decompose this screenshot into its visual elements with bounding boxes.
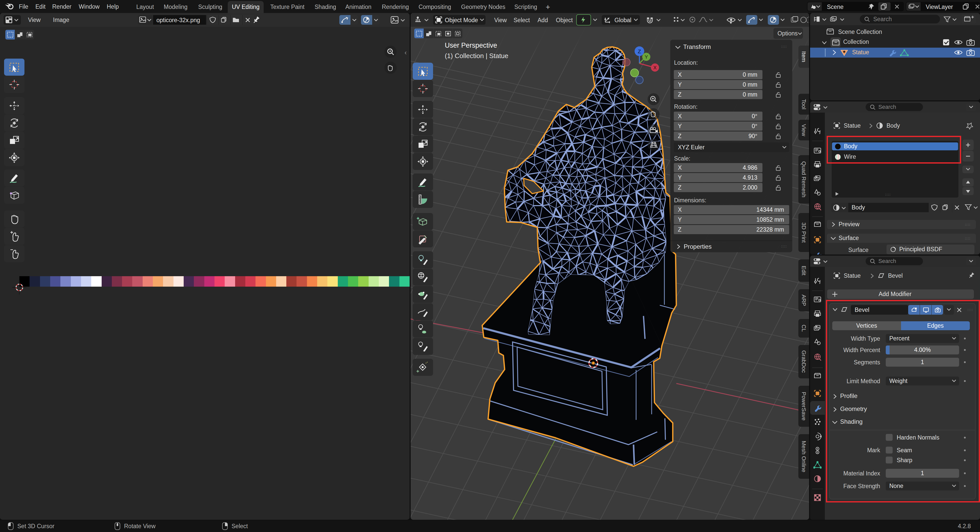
svg-text:X: X <box>654 65 657 70</box>
svg-text:Z: Z <box>638 48 641 54</box>
svg-text:Y: Y <box>645 54 648 60</box>
